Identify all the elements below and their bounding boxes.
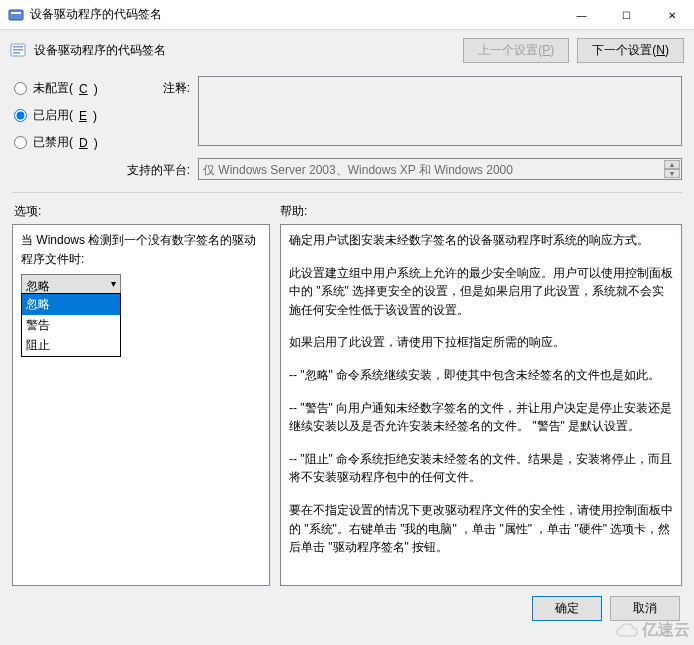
window-title: 设备驱动程序的代码签名 (30, 6, 559, 23)
svg-rect-0 (9, 10, 23, 20)
state-radio-group: 未配置(C) 已启用(E) 已禁用(D) (14, 76, 104, 180)
help-p3: 如果启用了此设置，请使用下拉框指定所需的响应。 (289, 333, 673, 352)
behavior-dropdown[interactable]: 忽略 忽略 警告 阻止 (21, 274, 121, 294)
main-panes: 当 Windows 检测到一个没有数字签名的驱动程序文件时: 忽略 忽略 警告 … (0, 224, 694, 586)
options-prompt: 当 Windows 检测到一个没有数字签名的驱动程序文件时: (21, 231, 261, 268)
next-setting-button[interactable]: 下一个设置(N) (577, 38, 684, 63)
watermark-text: 亿速云 (642, 620, 690, 641)
dropdown-list: 忽略 警告 阻止 (21, 293, 121, 357)
platform-label: 支持的平台: (120, 158, 190, 179)
dropdown-item-block[interactable]: 阻止 (22, 335, 120, 356)
radio-enabled[interactable]: 已启用(E) (14, 107, 104, 124)
close-button[interactable]: ✕ (649, 0, 694, 30)
policy-icon (10, 42, 26, 58)
platform-scroll[interactable]: ▲▼ (664, 160, 680, 178)
section-labels: 选项: 帮助: (0, 203, 694, 224)
dropdown-selected[interactable]: 忽略 (21, 274, 121, 294)
cancel-button[interactable]: 取消 (610, 596, 680, 621)
help-pane[interactable]: 确定用户试图安装未经数字签名的设备驱动程序时系统的响应方式。 此设置建立组中用户… (280, 224, 682, 586)
radio-disabled[interactable]: 已禁用(D) (14, 134, 104, 151)
help-p4: -- "忽略" 命令系统继续安装，即使其中包含未经签名的文件也是如此。 (289, 366, 673, 385)
minimize-button[interactable]: — (559, 0, 604, 30)
dialog-footer: 确定 取消 (0, 586, 694, 631)
comment-textarea[interactable] (198, 76, 682, 146)
separator (12, 192, 682, 193)
title-bar: 设备驱动程序的代码签名 — ☐ ✕ (0, 0, 694, 30)
help-p1: 确定用户试图安装未经数字签名的设备驱动程序时系统的响应方式。 (289, 231, 673, 250)
fields-column: 注释: 支持的平台: 仅 Windows Server 2003、Windows… (120, 76, 682, 180)
dropdown-item-warn[interactable]: 警告 (22, 315, 120, 336)
previous-setting-button[interactable]: 上一个设置(P) (463, 38, 569, 63)
supported-platforms-text: 仅 Windows Server 2003、Windows XP 和 Windo… (203, 163, 513, 177)
config-area: 未配置(C) 已启用(E) 已禁用(D) 注释: 支持的平台: 仅 Window… (0, 70, 694, 182)
svg-rect-5 (13, 52, 20, 54)
radio-not-configured[interactable]: 未配置(C) (14, 80, 104, 97)
subheader-title: 设备驱动程序的代码签名 (34, 42, 455, 59)
help-label: 帮助: (280, 203, 680, 220)
help-p6: -- "阻止" 命令系统拒绝安装未经签名的文件。结果是，安装将停止，而且将不安装… (289, 450, 673, 487)
help-p5: -- "警告" 向用户通知未经数字签名的文件，并让用户决定是停止安装还是继续安装… (289, 399, 673, 436)
svg-rect-4 (13, 49, 23, 51)
help-p2: 此设置建立组中用户系统上允许的最少安全响应。用户可以使用控制面板中的 "系统" … (289, 264, 673, 320)
maximize-button[interactable]: ☐ (604, 0, 649, 30)
svg-rect-1 (11, 12, 21, 14)
options-pane: 当 Windows 检测到一个没有数字签名的驱动程序文件时: 忽略 忽略 警告 … (12, 224, 270, 586)
ok-button[interactable]: 确定 (532, 596, 602, 621)
help-p7: 要在不指定设置的情况下更改驱动程序文件的安全性，请使用控制面板中的 "系统"。右… (289, 501, 673, 557)
sub-header: 设备驱动程序的代码签名 上一个设置(P) 下一个设置(N) (0, 30, 694, 70)
options-label: 选项: (14, 203, 280, 220)
app-icon (8, 7, 24, 23)
supported-platforms-box: 仅 Windows Server 2003、Windows XP 和 Windo… (198, 158, 682, 180)
svg-rect-3 (13, 46, 23, 48)
watermark: 亿速云 (616, 620, 690, 641)
window-controls: — ☐ ✕ (559, 0, 694, 29)
cloud-icon (616, 623, 638, 639)
comment-label: 注释: (120, 76, 190, 97)
dropdown-item-ignore[interactable]: 忽略 (22, 294, 120, 315)
